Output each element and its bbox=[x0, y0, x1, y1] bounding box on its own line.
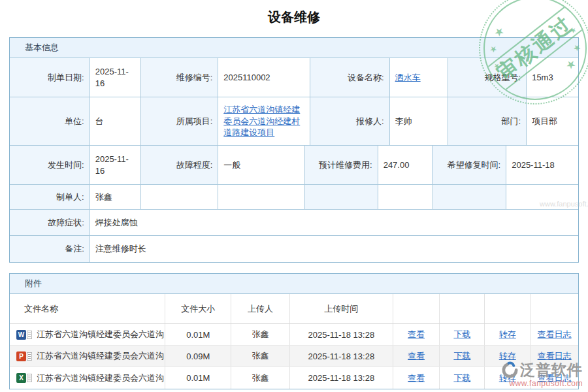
page: 设备维修 ★ ★ ★ ★ ★ ★ 审核通过 基本信息 制单日期: 2025-11… bbox=[0, 0, 588, 392]
field-value-fault-symptom: 焊接处腐蚀 bbox=[90, 210, 578, 236]
field-value-reporter: 李帅 bbox=[390, 97, 449, 146]
empty-cell bbox=[141, 185, 219, 210]
brand-name: 泛普软件 bbox=[520, 360, 583, 380]
fanpu-logo-icon bbox=[501, 361, 519, 379]
field-label-fault-level: 故障程度: bbox=[141, 146, 219, 185]
field-label-fault-symptom: 故障症状: bbox=[10, 210, 90, 236]
fanpu-brand: 泛普软件 www.fanpusoft.com bbox=[501, 360, 583, 388]
file-upload-time: 2025-11-18 13:28 bbox=[290, 367, 393, 389]
attachment-row: P 江苏省六道沟镇经建委员会六道沟 0.09M 张鑫 2025-11-18 13… bbox=[10, 346, 578, 367]
attachments-section-title: 附件 bbox=[10, 274, 578, 294]
view-link[interactable]: 查看 bbox=[408, 350, 425, 362]
basic-info-row: 故障症状: 焊接处腐蚀 bbox=[10, 210, 578, 236]
file-size: 0.01M bbox=[165, 324, 231, 345]
empty-cell bbox=[305, 185, 378, 210]
col-header-action bbox=[531, 294, 578, 323]
field-label-expect-fix-time: 希望修复时间: bbox=[433, 146, 506, 185]
col-header-file-name: 文件名称 bbox=[10, 294, 165, 323]
field-value-spec-model: 15m3 bbox=[527, 58, 578, 97]
field-value-make-date: 2025-11-16 bbox=[90, 58, 141, 97]
download-link[interactable]: 下载 bbox=[453, 350, 470, 362]
basic-info-section: 基本信息 制单日期: 2025-11-16 维修编号: 2025110002 设… bbox=[9, 37, 579, 263]
field-label-department: 部门: bbox=[448, 97, 527, 146]
col-header-action bbox=[485, 294, 531, 323]
file-uploader: 张鑫 bbox=[231, 324, 290, 345]
field-value-occur-time: 2025-11-16 bbox=[90, 146, 141, 185]
field-label-reporter: 报修人: bbox=[310, 97, 390, 146]
basic-info-row: 制单日期: 2025-11-16 维修编号: 2025110002 设备名称: … bbox=[10, 58, 578, 97]
field-value-remark: 注意维修时长 bbox=[90, 236, 578, 262]
brand-url: www.fanpusoft.com bbox=[501, 379, 583, 388]
page-title: 设备维修 bbox=[0, 0, 588, 29]
empty-cell bbox=[218, 185, 305, 210]
field-value-expect-fix-time: 2025-11-18 bbox=[506, 146, 578, 185]
field-value-department: 项目部 bbox=[527, 97, 578, 146]
file-name-cell: W 江苏省六道沟镇经建委员会六道沟 bbox=[10, 324, 165, 345]
view-log-link[interactable]: 查看日志 bbox=[538, 329, 572, 340]
file-uploader: 张鑫 bbox=[231, 367, 290, 389]
field-label-project: 所属项目: bbox=[141, 97, 219, 146]
empty-cell bbox=[378, 185, 433, 210]
basic-info-row: 发生时间: 2025-11-16 故障程度: 一般 预计维修费用: 247.00… bbox=[10, 146, 578, 185]
view-link[interactable]: 查看 bbox=[408, 329, 425, 340]
file-upload-time: 2025-11-18 13:28 bbox=[290, 324, 393, 345]
field-value-repair-no: 2025110002 bbox=[218, 58, 310, 97]
field-value-device-name: 洒水车 bbox=[390, 58, 449, 97]
basic-info-row: 备注: 注意维修时长 bbox=[10, 236, 578, 262]
download-link[interactable]: 下载 bbox=[453, 329, 470, 340]
field-label-occur-time: 发生时间: bbox=[10, 146, 90, 185]
basic-info-section-title: 基本信息 bbox=[10, 38, 578, 58]
basic-info-row: 制单人: 张鑫 bbox=[10, 185, 578, 210]
download-link[interactable]: 下载 bbox=[453, 372, 470, 384]
file-size: 0.09M bbox=[165, 346, 231, 367]
col-header-action bbox=[440, 294, 485, 323]
field-label-remark: 备注: bbox=[10, 236, 90, 262]
excel-file-icon: X bbox=[16, 373, 32, 383]
field-label-unit: 单位: bbox=[10, 97, 90, 146]
field-label-spec-model: 规格型号: bbox=[448, 58, 527, 97]
powerpoint-file-icon: P bbox=[16, 351, 32, 361]
attachments-section: 附件 文件名称 文件大小 上传人 上传时间 W 江苏省六道沟镇经建委员会六道沟 … bbox=[9, 273, 579, 389]
field-value-fault-level: 一般 bbox=[218, 146, 305, 185]
view-link[interactable]: 查看 bbox=[408, 372, 425, 384]
file-name: 江苏省六道沟镇经建委员会六道沟 bbox=[37, 350, 164, 362]
field-value-est-cost: 247.00 bbox=[378, 146, 433, 185]
word-file-icon: W bbox=[16, 330, 32, 340]
file-name-cell: X 江苏省六道沟镇经建委员会六道沟 bbox=[10, 367, 165, 389]
file-name: 江苏省六道沟镇经建委员会六道沟 bbox=[37, 329, 164, 340]
col-header-file-size: 文件大小 bbox=[165, 294, 231, 323]
file-upload-time: 2025-11-18 13:28 bbox=[290, 346, 393, 367]
file-name: 江苏省六道沟镇经建委员会六道沟 bbox=[37, 372, 164, 384]
transfer-link[interactable]: 转存 bbox=[499, 329, 516, 340]
empty-cell bbox=[433, 185, 507, 210]
project-link[interactable]: 江苏省六道沟镇经建委员会六道沟经建村道路建设项目 bbox=[223, 104, 304, 139]
attachment-row: X 江苏省六道沟镇经建委员会六道沟 0.01M 张鑫 2025-11-18 13… bbox=[10, 367, 578, 389]
field-label-est-cost: 预计维修费用: bbox=[305, 146, 378, 185]
field-value-maker: 张鑫 bbox=[90, 185, 141, 210]
field-label-repair-no: 维修编号: bbox=[141, 58, 219, 97]
file-uploader: 张鑫 bbox=[231, 346, 290, 367]
field-label-maker: 制单人: bbox=[10, 185, 90, 210]
basic-info-row: 单位: 台 所属项目: 江苏省六道沟镇经建委员会六道沟经建村道路建设项目 报修人… bbox=[10, 97, 578, 146]
field-label-make-date: 制单日期: bbox=[10, 58, 90, 97]
file-name-cell: P 江苏省六道沟镇经建委员会六道沟 bbox=[10, 346, 165, 367]
field-value-project: 江苏省六道沟镇经建委员会六道沟经建村道路建设项目 bbox=[218, 97, 310, 146]
col-header-uploader: 上传人 bbox=[231, 294, 290, 323]
watermark-url: www.fanpusoft.com bbox=[540, 200, 588, 208]
device-name-link[interactable]: 洒水车 bbox=[395, 72, 421, 84]
file-size: 0.01M bbox=[165, 367, 231, 389]
attachment-row: W 江苏省六道沟镇经建委员会六道沟 0.01M 张鑫 2025-11-18 13… bbox=[10, 324, 578, 346]
col-header-upload-time: 上传时间 bbox=[290, 294, 393, 323]
col-header-action bbox=[393, 294, 440, 323]
field-value-unit: 台 bbox=[90, 97, 141, 146]
field-label-device-name: 设备名称: bbox=[310, 58, 390, 97]
attachments-header-row: 文件名称 文件大小 上传人 上传时间 bbox=[10, 294, 578, 324]
